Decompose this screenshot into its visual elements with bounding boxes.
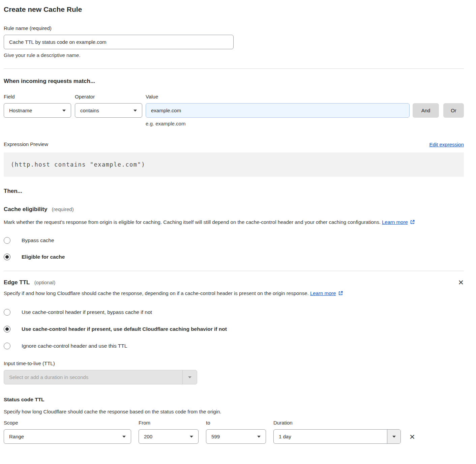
scope-label: Scope	[4, 420, 131, 426]
edge-ttl-heading-row: Edge TTL (optional)	[4, 279, 55, 286]
operator-select-value: contains	[80, 108, 99, 113]
edge-ttl-heading: Edge TTL	[4, 279, 30, 286]
from-select-value: 200	[144, 434, 152, 439]
status-code-ttl-row: Scope Range From 200 to 599	[4, 420, 464, 444]
status-code-ttl-description: Specify how long Cloudflare should cache…	[4, 407, 464, 416]
rule-name-help: Give your rule a descriptive name.	[4, 52, 464, 58]
to-select-value: 599	[211, 434, 220, 439]
and-button[interactable]: And	[413, 103, 439, 118]
field-select-value: Hostname	[9, 108, 32, 113]
close-icon: ✕	[409, 433, 415, 441]
radio-label: Eligible for cache	[22, 254, 65, 260]
radio-label: Use cache-control header if present, byp…	[22, 309, 152, 315]
or-button[interactable]: Or	[443, 103, 464, 118]
optional-note: (optional)	[34, 280, 56, 285]
rule-name-label: Rule name (required)	[4, 25, 464, 31]
external-link-icon	[410, 218, 415, 228]
radio-unselected-icon[interactable]	[4, 237, 10, 244]
learn-more-link[interactable]: Learn more	[382, 219, 408, 225]
close-icon: ✕	[458, 279, 464, 286]
external-link-icon	[338, 289, 343, 299]
scope-select[interactable]: Range	[4, 429, 131, 444]
expression-code: (http.host contains "example.com")	[4, 152, 464, 177]
operator-select[interactable]: contains	[75, 103, 142, 118]
duration-label: Duration	[273, 420, 401, 426]
dropdown-arrow-box	[182, 370, 197, 384]
rule-name-input[interactable]	[4, 35, 234, 49]
match-builder: Field Hostname Operator contains Value e…	[4, 94, 464, 126]
radio-selected-icon[interactable]	[4, 326, 10, 332]
to-select[interactable]: 599	[206, 429, 266, 444]
radio-label: Use cache-control header if present, use…	[22, 326, 227, 332]
expression-preview-label: Expression Preview	[4, 141, 48, 147]
ttl-input-label: Input time-to-live (TTL)	[4, 360, 464, 367]
edge-ttl-option-bypass[interactable]: Use cache-control header if present, byp…	[4, 309, 464, 316]
match-section-heading: When incoming requests match...	[4, 78, 464, 85]
divider	[4, 271, 464, 271]
create-cache-rule-form: Create new Cache Rule Rule name (require…	[0, 0, 476, 453]
to-label: to	[206, 420, 266, 426]
chevron-down-icon	[133, 110, 137, 112]
bypass-cache-option[interactable]: Bypass cache	[4, 237, 464, 244]
edit-expression-link[interactable]: Edit expression	[429, 142, 464, 147]
ttl-duration-placeholder: Select or add a duration in seconds	[4, 374, 182, 380]
divider	[4, 68, 464, 69]
cache-eligibility-description: Mark whether the request’s response from…	[4, 218, 453, 228]
from-label: From	[139, 420, 199, 426]
eligible-for-cache-option[interactable]: Eligible for cache	[4, 254, 464, 260]
required-note: (required)	[52, 206, 74, 212]
then-heading: Then...	[4, 188, 464, 195]
value-input[interactable]	[146, 103, 410, 118]
value-help: e.g. example.com	[146, 121, 410, 126]
remove-status-code-ttl-button[interactable]: ✕	[409, 434, 415, 440]
radio-unselected-icon[interactable]	[4, 309, 10, 316]
cache-eligibility-heading-row: Cache eligibility (required)	[4, 206, 464, 213]
cache-eligibility-heading: Cache eligibility	[4, 206, 47, 212]
value-label: Value	[146, 94, 410, 100]
chevron-down-icon	[62, 110, 66, 112]
page-title: Create new Cache Rule	[4, 5, 464, 14]
scope-select-value: Range	[9, 434, 24, 439]
edge-ttl-option-ignore[interactable]: Ignore cache-control header and use this…	[4, 343, 464, 349]
radio-unselected-icon[interactable]	[4, 343, 10, 349]
radio-selected-icon[interactable]	[4, 254, 10, 260]
field-label: Field	[4, 94, 71, 100]
remove-edge-ttl-button[interactable]: ✕	[458, 279, 464, 286]
field-select[interactable]: Hostname	[4, 103, 71, 118]
edge-ttl-description: Specify if and how long Cloudflare shoul…	[4, 289, 375, 299]
dropdown-arrow-box[interactable]	[387, 430, 400, 443]
edge-ttl-option-default[interactable]: Use cache-control header if present, use…	[4, 326, 464, 332]
chevron-down-icon	[190, 436, 193, 438]
chevron-down-icon	[122, 436, 126, 438]
learn-more-link[interactable]: Learn more	[310, 290, 336, 296]
from-select[interactable]: 200	[139, 429, 199, 444]
status-code-ttl-heading: Status code TTL	[4, 397, 464, 403]
chevron-down-icon	[392, 436, 396, 438]
chevron-down-icon	[257, 436, 261, 438]
radio-label: Bypass cache	[22, 237, 54, 243]
ttl-duration-select: Select or add a duration in seconds	[4, 370, 197, 384]
chevron-down-icon	[188, 376, 191, 378]
radio-label: Ignore cache-control header and use this…	[22, 343, 127, 349]
duration-select-value: 1 day	[274, 434, 387, 439]
operator-label: Operator	[75, 94, 142, 100]
duration-select[interactable]: 1 day	[273, 429, 401, 444]
